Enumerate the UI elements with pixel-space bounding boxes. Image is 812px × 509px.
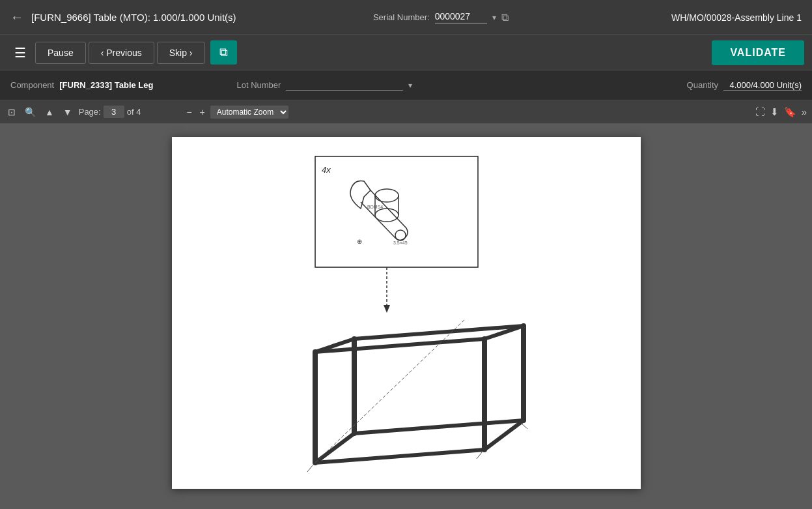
serial-section: Serial Number: 0000027 ▾ ⧉: [373, 11, 509, 23]
skip-button[interactable]: Skip ›: [157, 42, 205, 64]
zoom-in-button[interactable]: +: [197, 106, 208, 119]
thumbnail-view-button[interactable]: ⊡: [5, 106, 18, 119]
page-label: Page:: [79, 107, 101, 117]
fullscreen-icon[interactable]: ⛶: [755, 106, 765, 117]
pdf-content: 4x ⊕ BDMS4 3.5×45: [172, 143, 641, 482]
search-pdf-button[interactable]: 🔍: [22, 106, 38, 119]
previous-button[interactable]: ‹ Previous: [89, 42, 154, 64]
component-bar: Component [FURN_2333] Table Leg Lot Numb…: [0, 70, 812, 100]
pause-button[interactable]: Pause: [35, 42, 86, 64]
back-button[interactable]: ←: [10, 10, 23, 25]
svg-text:BDMS4: BDMS4: [367, 205, 383, 209]
component-label: Component: [10, 80, 54, 90]
assembly-illustration: 4x ⊕ BDMS4 3.5×45: [185, 143, 628, 482]
svg-line-26: [307, 465, 313, 472]
more-tools-icon[interactable]: »: [802, 106, 807, 117]
bookmark-icon[interactable]: 🔖: [784, 106, 796, 118]
serial-dropdown-icon[interactable]: ▾: [492, 13, 496, 22]
zoom-section: − + Automatic Zoom 50% 75% 100% 125% 150…: [184, 106, 288, 119]
top-bar: ← [FURN_9666] Table (MTO): 1.000/1.000 U…: [0, 0, 812, 35]
serial-label: Serial Number:: [373, 12, 430, 22]
pdf-toolbar: ⊡ 🔍 ▲ ▼ Page: of 4 − + Automatic Zoom 50…: [0, 100, 812, 124]
page-total: of 4: [127, 107, 141, 117]
svg-line-18: [354, 420, 524, 433]
lot-input[interactable]: [286, 80, 403, 91]
component-name: [FURN_2333] Table Leg: [59, 80, 153, 90]
lot-dropdown-icon[interactable]: ▾: [408, 81, 412, 90]
lot-section: Lot Number ▾: [236, 80, 412, 91]
external-link-icon[interactable]: ⧉: [501, 12, 509, 23]
serial-value: 0000027: [435, 11, 487, 23]
validate-button[interactable]: VALIDATE: [712, 40, 804, 65]
pdf-page: 4x ⊕ BDMS4 3.5×45: [172, 137, 641, 489]
page-indicator: Page: of 4: [79, 106, 141, 118]
copy-button[interactable]: ⧉: [210, 40, 237, 65]
svg-line-17: [315, 450, 484, 463]
zoom-select[interactable]: Automatic Zoom 50% 75% 100% 125% 150% 20…: [210, 106, 288, 119]
svg-marker-12: [384, 305, 390, 313]
pdf-right-tools: ⛶ ⬇ 🔖 »: [755, 106, 807, 118]
svg-line-28: [521, 423, 527, 429]
svg-line-27: [477, 452, 482, 459]
wo-label: WH/MO/00028-Assembly Line 1: [671, 12, 802, 23]
quantity-label: Quantity: [687, 80, 718, 90]
svg-text:4x: 4x: [322, 165, 331, 175]
next-page-button[interactable]: ▼: [61, 106, 75, 119]
svg-text:3.5×45: 3.5×45: [393, 240, 408, 245]
lot-label: Lot Number: [236, 80, 281, 90]
svg-text:⊕: ⊕: [357, 238, 362, 245]
prev-page-button[interactable]: ▲: [42, 106, 57, 119]
download-icon[interactable]: ⬇: [770, 106, 779, 118]
action-bar: ☰ Pause ‹ Previous Skip › ⧉ VALIDATE: [0, 35, 812, 70]
pdf-viewer: 4x ⊕ BDMS4 3.5×45: [0, 124, 812, 509]
quantity-value: 4.000/4.000 Unit(s): [723, 80, 802, 91]
menu-button[interactable]: ☰: [8, 41, 33, 65]
quantity-section: Quantity 4.000/4.000 Unit(s): [687, 80, 802, 91]
page-number-input[interactable]: [104, 106, 124, 118]
page-title: [FURN_9666] Table (MTO): 1.000/1.000 Uni…: [31, 12, 236, 23]
zoom-out-button[interactable]: −: [184, 106, 194, 119]
